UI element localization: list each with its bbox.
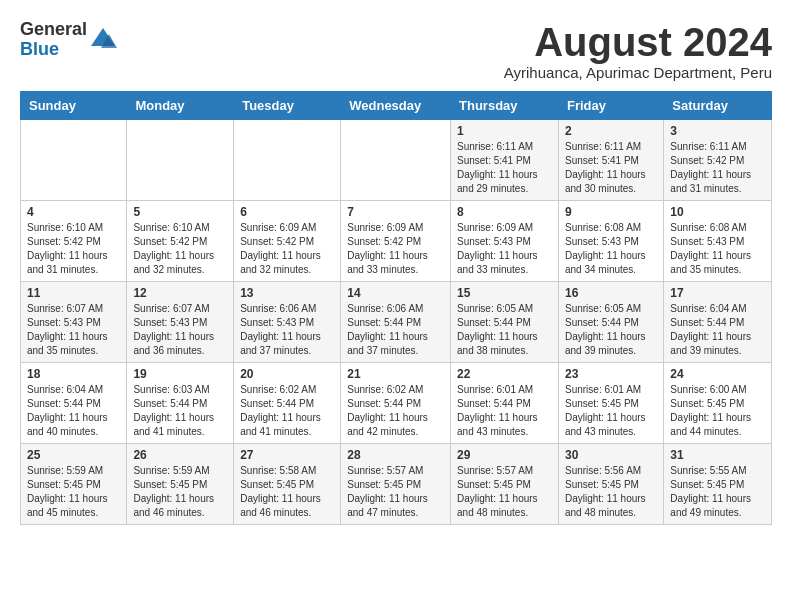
day-number: 20 — [240, 367, 334, 381]
day-number: 4 — [27, 205, 120, 219]
header-wednesday: Wednesday — [341, 92, 451, 120]
day-content: Sunrise: 6:06 AMSunset: 5:43 PMDaylight:… — [240, 302, 334, 358]
day-number: 11 — [27, 286, 120, 300]
day-content: Sunrise: 6:03 AMSunset: 5:44 PMDaylight:… — [133, 383, 227, 439]
day-cell: 22Sunrise: 6:01 AMSunset: 5:44 PMDayligh… — [451, 363, 559, 444]
day-content: Sunrise: 5:57 AMSunset: 5:45 PMDaylight:… — [457, 464, 552, 520]
day-content: Sunrise: 6:07 AMSunset: 5:43 PMDaylight:… — [27, 302, 120, 358]
day-number: 18 — [27, 367, 120, 381]
day-content: Sunrise: 6:10 AMSunset: 5:42 PMDaylight:… — [27, 221, 120, 277]
logo-icon — [89, 26, 117, 54]
day-cell: 23Sunrise: 6:01 AMSunset: 5:45 PMDayligh… — [558, 363, 663, 444]
day-cell: 4Sunrise: 6:10 AMSunset: 5:42 PMDaylight… — [21, 201, 127, 282]
day-content: Sunrise: 6:11 AMSunset: 5:42 PMDaylight:… — [670, 140, 765, 196]
day-number: 15 — [457, 286, 552, 300]
day-cell: 3Sunrise: 6:11 AMSunset: 5:42 PMDaylight… — [664, 120, 772, 201]
day-content: Sunrise: 6:05 AMSunset: 5:44 PMDaylight:… — [565, 302, 657, 358]
day-content: Sunrise: 6:08 AMSunset: 5:43 PMDaylight:… — [670, 221, 765, 277]
day-content: Sunrise: 5:55 AMSunset: 5:45 PMDaylight:… — [670, 464, 765, 520]
day-number: 27 — [240, 448, 334, 462]
day-cell: 11Sunrise: 6:07 AMSunset: 5:43 PMDayligh… — [21, 282, 127, 363]
title-section: August 2024 Ayrihuanca, Apurimac Departm… — [504, 20, 772, 81]
day-content: Sunrise: 5:57 AMSunset: 5:45 PMDaylight:… — [347, 464, 444, 520]
day-content: Sunrise: 6:04 AMSunset: 5:44 PMDaylight:… — [27, 383, 120, 439]
day-content: Sunrise: 6:07 AMSunset: 5:43 PMDaylight:… — [133, 302, 227, 358]
day-number: 16 — [565, 286, 657, 300]
day-cell: 26Sunrise: 5:59 AMSunset: 5:45 PMDayligh… — [127, 444, 234, 525]
day-number: 22 — [457, 367, 552, 381]
day-number: 25 — [27, 448, 120, 462]
day-number: 28 — [347, 448, 444, 462]
day-cell: 19Sunrise: 6:03 AMSunset: 5:44 PMDayligh… — [127, 363, 234, 444]
day-cell: 28Sunrise: 5:57 AMSunset: 5:45 PMDayligh… — [341, 444, 451, 525]
day-number: 17 — [670, 286, 765, 300]
week-row-4: 18Sunrise: 6:04 AMSunset: 5:44 PMDayligh… — [21, 363, 772, 444]
day-content: Sunrise: 6:01 AMSunset: 5:45 PMDaylight:… — [565, 383, 657, 439]
day-number: 21 — [347, 367, 444, 381]
day-cell: 27Sunrise: 5:58 AMSunset: 5:45 PMDayligh… — [234, 444, 341, 525]
day-content: Sunrise: 6:08 AMSunset: 5:43 PMDaylight:… — [565, 221, 657, 277]
day-number: 8 — [457, 205, 552, 219]
day-cell: 29Sunrise: 5:57 AMSunset: 5:45 PMDayligh… — [451, 444, 559, 525]
day-number: 3 — [670, 124, 765, 138]
day-cell: 5Sunrise: 6:10 AMSunset: 5:42 PMDaylight… — [127, 201, 234, 282]
day-cell — [127, 120, 234, 201]
header-thursday: Thursday — [451, 92, 559, 120]
day-cell: 30Sunrise: 5:56 AMSunset: 5:45 PMDayligh… — [558, 444, 663, 525]
day-number: 13 — [240, 286, 334, 300]
week-row-3: 11Sunrise: 6:07 AMSunset: 5:43 PMDayligh… — [21, 282, 772, 363]
day-content: Sunrise: 5:59 AMSunset: 5:45 PMDaylight:… — [133, 464, 227, 520]
day-number: 26 — [133, 448, 227, 462]
day-number: 6 — [240, 205, 334, 219]
day-cell — [21, 120, 127, 201]
day-content: Sunrise: 5:59 AMSunset: 5:45 PMDaylight:… — [27, 464, 120, 520]
day-cell: 15Sunrise: 6:05 AMSunset: 5:44 PMDayligh… — [451, 282, 559, 363]
logo-text: General Blue — [20, 20, 87, 60]
day-number: 2 — [565, 124, 657, 138]
logo-blue: Blue — [20, 40, 87, 60]
day-number: 31 — [670, 448, 765, 462]
day-cell: 2Sunrise: 6:11 AMSunset: 5:41 PMDaylight… — [558, 120, 663, 201]
day-content: Sunrise: 6:09 AMSunset: 5:42 PMDaylight:… — [347, 221, 444, 277]
day-cell: 10Sunrise: 6:08 AMSunset: 5:43 PMDayligh… — [664, 201, 772, 282]
day-number: 9 — [565, 205, 657, 219]
day-cell — [341, 120, 451, 201]
day-cell: 31Sunrise: 5:55 AMSunset: 5:45 PMDayligh… — [664, 444, 772, 525]
day-cell: 6Sunrise: 6:09 AMSunset: 5:42 PMDaylight… — [234, 201, 341, 282]
day-cell: 21Sunrise: 6:02 AMSunset: 5:44 PMDayligh… — [341, 363, 451, 444]
day-cell: 13Sunrise: 6:06 AMSunset: 5:43 PMDayligh… — [234, 282, 341, 363]
subtitle: Ayrihuanca, Apurimac Department, Peru — [504, 64, 772, 81]
day-content: Sunrise: 6:06 AMSunset: 5:44 PMDaylight:… — [347, 302, 444, 358]
day-cell: 17Sunrise: 6:04 AMSunset: 5:44 PMDayligh… — [664, 282, 772, 363]
day-cell: 16Sunrise: 6:05 AMSunset: 5:44 PMDayligh… — [558, 282, 663, 363]
calendar-table: SundayMondayTuesdayWednesdayThursdayFrid… — [20, 91, 772, 525]
day-cell: 25Sunrise: 5:59 AMSunset: 5:45 PMDayligh… — [21, 444, 127, 525]
month-title: August 2024 — [504, 20, 772, 64]
header-sunday: Sunday — [21, 92, 127, 120]
day-number: 24 — [670, 367, 765, 381]
day-number: 19 — [133, 367, 227, 381]
day-number: 23 — [565, 367, 657, 381]
logo-general: General — [20, 20, 87, 40]
day-content: Sunrise: 6:11 AMSunset: 5:41 PMDaylight:… — [457, 140, 552, 196]
day-cell: 7Sunrise: 6:09 AMSunset: 5:42 PMDaylight… — [341, 201, 451, 282]
day-cell: 12Sunrise: 6:07 AMSunset: 5:43 PMDayligh… — [127, 282, 234, 363]
day-cell: 14Sunrise: 6:06 AMSunset: 5:44 PMDayligh… — [341, 282, 451, 363]
header-saturday: Saturday — [664, 92, 772, 120]
day-content: Sunrise: 6:02 AMSunset: 5:44 PMDaylight:… — [347, 383, 444, 439]
header-friday: Friday — [558, 92, 663, 120]
day-cell — [234, 120, 341, 201]
page-header: General Blue August 2024 Ayrihuanca, Apu… — [20, 20, 772, 81]
day-number: 30 — [565, 448, 657, 462]
day-number: 12 — [133, 286, 227, 300]
day-content: Sunrise: 6:00 AMSunset: 5:45 PMDaylight:… — [670, 383, 765, 439]
day-content: Sunrise: 6:05 AMSunset: 5:44 PMDaylight:… — [457, 302, 552, 358]
day-cell: 1Sunrise: 6:11 AMSunset: 5:41 PMDaylight… — [451, 120, 559, 201]
day-number: 5 — [133, 205, 227, 219]
day-content: Sunrise: 5:56 AMSunset: 5:45 PMDaylight:… — [565, 464, 657, 520]
header-tuesday: Tuesday — [234, 92, 341, 120]
day-number: 1 — [457, 124, 552, 138]
week-row-5: 25Sunrise: 5:59 AMSunset: 5:45 PMDayligh… — [21, 444, 772, 525]
header-monday: Monday — [127, 92, 234, 120]
day-content: Sunrise: 6:11 AMSunset: 5:41 PMDaylight:… — [565, 140, 657, 196]
